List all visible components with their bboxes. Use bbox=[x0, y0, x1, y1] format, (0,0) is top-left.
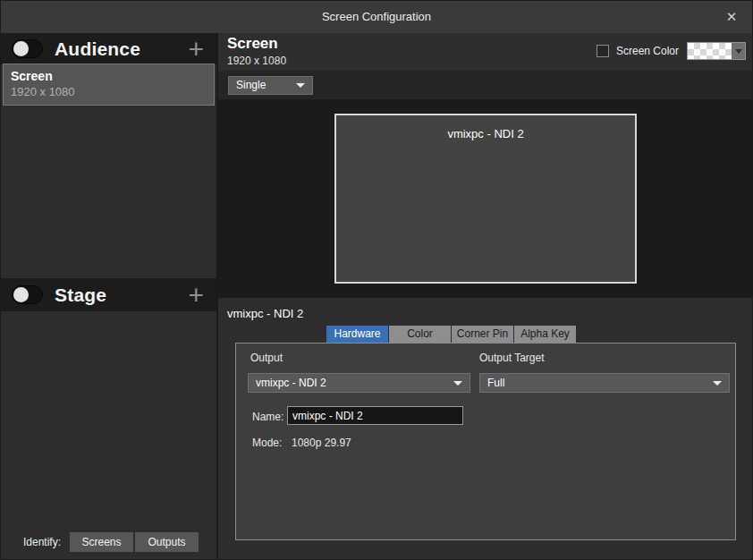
name-field[interactable] bbox=[287, 406, 463, 425]
screen-item-title: Screen bbox=[11, 69, 214, 83]
identify-screens-button[interactable]: Screens bbox=[70, 532, 133, 552]
stage-label: Stage bbox=[55, 284, 106, 306]
screen-color-dropdown[interactable] bbox=[687, 42, 746, 60]
audience-toggle[interactable] bbox=[12, 39, 43, 58]
add-audience-screen-icon[interactable]: + bbox=[186, 38, 206, 61]
detail-tab-bar: Hardware Color Corner Pin Alpha Key bbox=[326, 326, 577, 343]
mode-value: 1080p 29.97 bbox=[292, 437, 351, 449]
screen-resolution: 1920 x 1080 bbox=[227, 55, 286, 67]
tab-corner-pin[interactable]: Corner Pin bbox=[452, 326, 513, 343]
stage-section-header: Stage + bbox=[1, 278, 216, 311]
layout-select-value: Single bbox=[236, 79, 266, 91]
titlebar: Screen Configuration ✕ bbox=[1, 1, 752, 33]
window-title: Screen Configuration bbox=[1, 1, 752, 33]
tab-alpha-key[interactable]: Alpha Key bbox=[514, 326, 576, 343]
audience-toggle-knob bbox=[13, 41, 29, 56]
mode-label: Mode: bbox=[252, 437, 282, 449]
output-select[interactable]: vmixpc - NDI 2 bbox=[248, 373, 470, 393]
preview-area: vmixpc - NDI 2 bbox=[218, 99, 752, 298]
screen-preview-box[interactable]: vmixpc - NDI 2 bbox=[334, 114, 637, 284]
output-label: Output bbox=[250, 352, 283, 364]
output-target-select-value: Full bbox=[487, 377, 504, 389]
sidebar-item-screen[interactable]: Screen 1920 x 1080 bbox=[3, 64, 215, 106]
identify-label: Identify: bbox=[23, 536, 61, 548]
audience-label: Audience bbox=[55, 38, 140, 60]
tab-color[interactable]: Color bbox=[389, 326, 451, 343]
swatch-chevron-down-icon bbox=[732, 43, 745, 59]
output-detail-section: vmixpc - NDI 2 Hardware Color Corner Pin… bbox=[218, 298, 752, 559]
chevron-down-icon bbox=[296, 83, 305, 88]
main-area: Screen 1920 x 1080 Screen Color Single v… bbox=[216, 33, 752, 559]
screen-color-group: Screen Color bbox=[596, 42, 746, 60]
output-select-value: vmixpc - NDI 2 bbox=[256, 377, 326, 389]
stage-toggle[interactable] bbox=[12, 285, 43, 304]
identify-outputs-button[interactable]: Outputs bbox=[135, 532, 199, 552]
output-detail-title: vmixpc - NDI 2 bbox=[227, 307, 303, 320]
screen-color-checkbox[interactable] bbox=[596, 45, 609, 57]
layout-row: Single bbox=[218, 71, 752, 99]
output-target-label: Output Target bbox=[479, 352, 545, 364]
tab-hardware[interactable]: Hardware bbox=[326, 326, 388, 343]
output-target-select[interactable]: Full bbox=[479, 373, 730, 393]
screen-color-label: Screen Color bbox=[616, 45, 679, 57]
audience-section-header: Audience + bbox=[1, 33, 216, 64]
close-icon[interactable]: ✕ bbox=[716, 1, 747, 33]
screen-item-resolution: 1920 x 1080 bbox=[11, 85, 214, 98]
chevron-down-icon bbox=[453, 381, 462, 386]
screen-header: Screen 1920 x 1080 Screen Color bbox=[218, 33, 752, 71]
add-stage-screen-icon[interactable]: + bbox=[186, 284, 206, 307]
chevron-down-icon bbox=[713, 381, 722, 386]
transparency-swatch bbox=[688, 43, 732, 59]
identify-row: Identify: Screens Outputs bbox=[1, 531, 216, 552]
name-label: Name: bbox=[252, 411, 283, 423]
screen-title: Screen bbox=[227, 35, 278, 53]
hardware-panel: Output vmixpc - NDI 2 Output Target Full… bbox=[235, 343, 736, 540]
layout-select[interactable]: Single bbox=[228, 76, 313, 95]
screen-configuration-window: Screen Configuration ✕ Audience + Screen… bbox=[0, 0, 753, 560]
sidebar: Audience + Screen 1920 x 1080 Stage + Id… bbox=[1, 33, 216, 559]
stage-toggle-knob bbox=[13, 287, 29, 302]
preview-output-label: vmixpc - NDI 2 bbox=[447, 127, 523, 140]
